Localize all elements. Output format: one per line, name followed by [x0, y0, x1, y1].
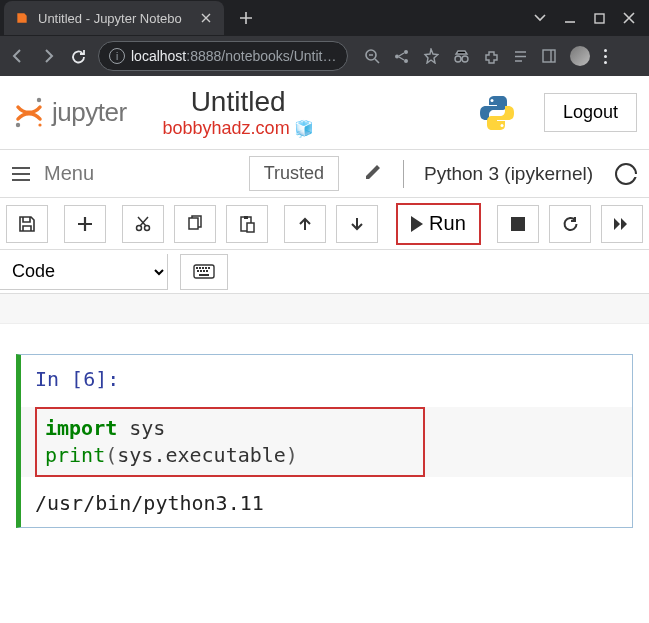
svg-point-12 — [500, 124, 503, 127]
svg-point-8 — [37, 97, 41, 101]
url-text: localhost:8888/notebooks/Untit… — [131, 48, 336, 64]
back-button[interactable] — [8, 46, 28, 66]
cell-output: /usr/bin/python3.11 — [35, 491, 618, 515]
svg-rect-23 — [205, 267, 207, 269]
reload-button[interactable] — [68, 46, 88, 66]
stop-icon — [511, 217, 525, 231]
svg-rect-17 — [244, 216, 248, 219]
move-up-button[interactable] — [284, 205, 326, 243]
run-label: Run — [429, 212, 466, 235]
hamburger-icon[interactable] — [12, 167, 30, 181]
svg-rect-27 — [203, 270, 205, 272]
browser-action-icons — [364, 46, 607, 66]
url-bar[interactable]: i localhost:8888/notebooks/Untit… — [98, 41, 348, 71]
celltype-select[interactable]: Code — [0, 254, 168, 290]
logout-button[interactable]: Logout — [544, 93, 637, 132]
svg-rect-29 — [199, 274, 209, 276]
svg-rect-20 — [196, 267, 198, 269]
menu-button[interactable]: Menu — [44, 162, 94, 185]
svg-rect-7 — [543, 50, 555, 62]
svg-rect-25 — [197, 270, 199, 272]
menubar: Menu Trusted Python 3 (ipykernel) — [0, 150, 649, 198]
save-button[interactable] — [6, 205, 48, 243]
restart-button[interactable] — [549, 205, 591, 243]
svg-point-2 — [404, 50, 408, 54]
panel-icon[interactable] — [542, 49, 556, 63]
restart-run-all-button[interactable] — [601, 205, 643, 243]
minimize-icon[interactable] — [564, 12, 576, 24]
reading-list-icon[interactable] — [513, 49, 528, 64]
svg-rect-26 — [200, 270, 202, 272]
python-logo-icon — [478, 94, 516, 132]
site-info-icon[interactable]: i — [109, 48, 125, 64]
cut-button[interactable] — [122, 205, 164, 243]
notebook-cell-area: In [6]: import sysprint(sys.executable) … — [0, 324, 649, 608]
cube-icon: 🧊 — [294, 119, 314, 138]
window-controls — [534, 12, 645, 24]
move-down-button[interactable] — [336, 205, 378, 243]
jupyter-logo-text: jupyter — [52, 97, 127, 128]
jupyter-favicon — [14, 10, 30, 26]
incognito-icon[interactable] — [453, 48, 470, 65]
svg-point-5 — [455, 56, 461, 62]
svg-point-6 — [462, 56, 468, 62]
insert-cell-button[interactable] — [64, 205, 106, 243]
svg-point-10 — [38, 123, 41, 126]
play-icon — [411, 216, 423, 232]
window-close-icon[interactable] — [623, 12, 635, 24]
cell-prompt: In [6]: — [35, 367, 618, 391]
notebook-toolbar-row2: Code — [0, 250, 649, 294]
extensions-icon[interactable] — [484, 49, 499, 64]
jupyter-logo-icon — [12, 96, 46, 130]
maximize-icon[interactable] — [594, 12, 605, 24]
svg-point-3 — [395, 54, 399, 58]
notebook-title[interactable]: Untitled — [163, 86, 314, 118]
browser-tab[interactable]: Untitled - Jupyter Notebo — [4, 1, 224, 35]
copy-button[interactable] — [174, 205, 216, 243]
paste-button[interactable] — [226, 205, 268, 243]
new-tab-button[interactable] — [232, 4, 260, 32]
svg-rect-22 — [202, 267, 204, 269]
notebook-title-block: Untitled bobbyhadz.com 🧊 — [163, 86, 314, 139]
profile-avatar[interactable] — [570, 46, 590, 66]
svg-rect-28 — [206, 270, 208, 272]
tabs-dropdown-icon[interactable] — [534, 12, 546, 24]
browser-toolbar: i localhost:8888/notebooks/Untit… — [0, 36, 649, 76]
watermark: bobbyhadz.com 🧊 — [163, 118, 314, 139]
command-palette-button[interactable] — [180, 254, 228, 290]
jupyter-logo[interactable]: jupyter — [12, 96, 127, 130]
notebook-toolbar: Run — [0, 198, 649, 250]
code-input[interactable]: import sysprint(sys.executable) — [35, 407, 425, 477]
zoom-icon[interactable] — [364, 48, 380, 64]
share-icon[interactable] — [394, 49, 409, 64]
svg-rect-24 — [208, 267, 210, 269]
kernel-name[interactable]: Python 3 (ipykernel) — [424, 163, 593, 185]
svg-rect-18 — [247, 223, 254, 232]
tab-title: Untitled - Jupyter Notebo — [38, 11, 190, 26]
edit-icon[interactable] — [363, 162, 383, 186]
jupyter-header: jupyter Untitled bobbyhadz.com 🧊 Logout — [0, 76, 649, 150]
browser-menu-icon[interactable] — [604, 49, 607, 64]
svg-point-11 — [490, 99, 493, 102]
bookmark-icon[interactable] — [423, 48, 439, 64]
trusted-button[interactable]: Trusted — [249, 156, 339, 191]
kernel-indicator-icon[interactable] — [615, 163, 637, 185]
svg-point-4 — [404, 59, 408, 63]
spacer — [0, 294, 649, 324]
run-button[interactable]: Run — [396, 203, 481, 245]
svg-rect-21 — [199, 267, 201, 269]
browser-chrome: Untitled - Jupyter Notebo i localhost:88… — [0, 0, 649, 76]
svg-point-9 — [16, 122, 20, 126]
interrupt-button[interactable] — [497, 205, 539, 243]
forward-button[interactable] — [38, 46, 58, 66]
svg-rect-0 — [595, 14, 604, 23]
watermark-text: bobbyhadz.com — [163, 118, 290, 139]
divider — [403, 160, 404, 188]
code-cell[interactable]: In [6]: import sysprint(sys.executable) … — [16, 354, 633, 528]
tab-strip: Untitled - Jupyter Notebo — [0, 0, 649, 36]
close-icon[interactable] — [198, 10, 214, 26]
svg-rect-15 — [189, 218, 198, 229]
